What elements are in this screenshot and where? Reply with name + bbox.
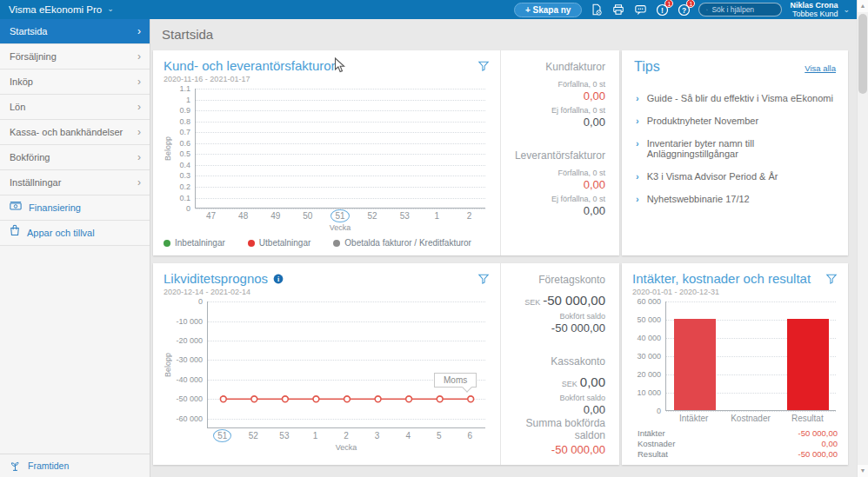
invoices-panel: Kundfakturor Förfallna, 0 st 0,00Ej förf… [500,50,619,255]
panel-section: Kundfakturor Förfallna, 0 st 0,00Ej förf… [508,61,605,129]
x-tick-label: 5 [424,431,455,441]
sidebar-item-finansiering[interactable]: Finansiering [0,195,150,221]
notifications-icon[interactable]: ! 1 [655,3,669,17]
summary-row: Resultat -50 000,00 [638,449,838,460]
legend-dot [333,240,340,247]
gridline [666,301,836,302]
app-menu[interactable]: Visma eEkonomi Pro ⌄ [9,4,114,15]
document-icon[interactable] [590,3,604,17]
x-category-label: Intäkter [665,414,722,423]
search-input[interactable] [711,5,774,14]
plot-area: Moms [207,301,485,428]
y-tick-label: 0.4 [179,161,190,169]
gridline [196,110,485,111]
summary-value: -50 000,00 [798,428,838,439]
card-title: Kund- och leverantörsfakturor [164,58,336,73]
legend-dot [248,240,255,247]
sidebar-item-inst-llningar[interactable]: Inställningar › [0,170,150,195]
panel-row-value: 0,00 [508,116,605,129]
panel-row-value: 0,00 [508,89,605,103]
chevron-right-icon: › [137,44,141,69]
gridline [196,122,485,123]
tips-title: Tips [634,59,660,75]
scroll-up-arrow[interactable]: ▲ [858,0,868,12]
filter-icon[interactable] [477,60,490,72]
search-icon [706,6,708,14]
chat-icon[interactable] [633,3,647,17]
card-period: 2020-01-01 - 2020-12-31 [632,288,811,296]
x-tick-label: 52 [238,431,270,441]
y-tick-label: -10 000 [176,317,203,326]
tip-link[interactable]: › K3 i Visma Advisor Period & År [634,165,836,188]
y-tick-label: -50 000 [176,394,203,403]
vertical-scrollbar[interactable]: ▲ ▼ [857,0,868,477]
chevron-down-icon: ⌄ [107,4,114,13]
tip-link[interactable]: › Inventarier byter namn till Anläggning… [634,132,836,165]
sidebar-item-f-rs-ljning[interactable]: Försäljning › [0,44,150,70]
balance-value: -50 000,00 [508,321,605,335]
x-axis-label: Vecka [207,443,485,452]
summary-row: Kostnader 0,00 [638,439,838,449]
sidebar-item-label: Appar och tillval [27,221,141,245]
tip-link[interactable]: › Guide - Så blir du effektiv i Visma eE… [634,87,836,109]
y-tick-label: 0.6 [179,139,190,148]
x-category-label: Kostnader [722,414,778,423]
x-tick-label: 52 [357,211,389,221]
line-series [208,301,486,428]
y-tick-label: -30 000 [176,355,203,364]
liquidity-card: Likviditetsprognos i 2020-12-14 - 2021-0… [153,263,619,465]
scrollbar-thumb[interactable] [858,14,867,94]
panel-row-label: Ej förfallna, 0 st [508,195,605,203]
panel-section-header: Kundfakturor [508,61,605,73]
y-axis-label: Belopp [164,301,172,428]
tip-link[interactable]: › Produktnyheter November [634,109,836,132]
printer-icon[interactable] [611,3,625,17]
tip-link[interactable]: › Nyhetswebbinarie 17/12 [634,188,836,210]
filter-icon[interactable] [477,273,490,285]
help-badge: 1 [686,0,695,8]
sidebar-item-ink-p[interactable]: Inköp › [0,70,150,95]
sidebar-item-appar-och-tillval[interactable]: Appar och tillval [0,221,150,246]
y-tick-label: 0.5 [179,149,190,158]
y-tick-label: 1.1 [179,84,190,93]
legend-item: Utbetalningar [248,238,310,248]
sidebar-item-framtiden[interactable]: Framtiden [0,454,150,477]
create-new-button[interactable]: + Skapa ny [514,3,583,17]
y-tick-label: 0.1 [179,194,190,202]
sidebar-item-label: Inköp [10,70,137,94]
help-icon[interactable]: ? 1 [677,3,691,17]
chevron-right-icon: › [636,93,639,103]
x-tick-label: 2 [453,211,485,221]
svg-text:?: ? [682,5,686,14]
card-period: 2020-11-16 - 2021-01-17 [164,75,336,83]
sidebar-item-bokf-ring[interactable]: Bokföring › [0,145,150,170]
sidebar-item-l-n[interactable]: Lön › [0,95,150,120]
total-balance: Summa bokförda saldon -50 000,00 [508,417,605,456]
y-tick-label: 0.8 [179,117,190,126]
sidebar-item-startsida[interactable]: Startsida › [0,19,150,44]
gridline [196,100,485,101]
balance-value: 0,00 [508,403,605,416]
y-tick-label: 0.2 [179,182,190,191]
help-search[interactable] [698,3,782,17]
sidebar-item-kassa-och-bankh-ndelser[interactable]: Kassa- och bankhändelser › [0,120,150,145]
panel-row-value: 0,00 [508,178,605,191]
gridline [196,198,485,199]
gridline [196,143,485,144]
y-tick-label: 60 000 [637,297,661,306]
tip-label: K3 i Visma Advisor Period & År [647,171,778,182]
balance-label: Bokfört saldo [508,312,605,321]
info-icon[interactable]: i [273,274,284,284]
user-name: Niklas Crona [790,1,838,10]
filter-icon[interactable] [825,273,838,285]
sidebar: Startsida › Försäljning › Inköp › Lön › … [0,19,150,477]
y-tick-label: 0.3 [179,171,190,180]
legend-dot [164,240,170,247]
total-value: -50 000,00 [508,443,605,456]
scroll-down-arrow[interactable]: ▼ [858,465,868,477]
y-tick-label: 20 000 [637,370,661,379]
show-all-link[interactable]: Visa alla [805,63,836,73]
chevron-right-icon: › [636,138,639,149]
user-menu[interactable]: Niklas Crona Tobbes Kund ⌄ [790,1,850,18]
y-tick-label: 30 000 [637,352,661,361]
